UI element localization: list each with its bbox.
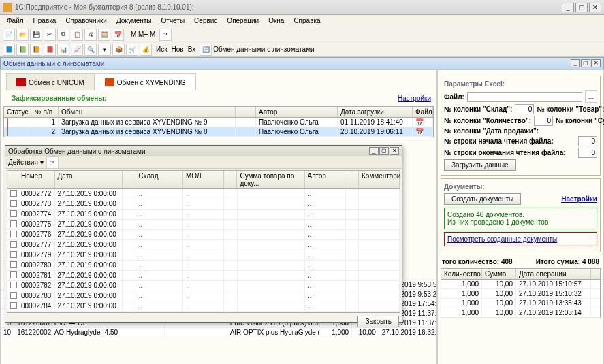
checkbox[interactable]: [10, 241, 17, 248]
tb2-icon[interactable]: 🛒: [126, 44, 138, 56]
menu-item[interactable]: Сервис: [190, 16, 221, 25]
tool-help-icon[interactable]: ?: [159, 29, 172, 41]
table-row[interactable]: 0000277327.10.2019 0:00:00......: [7, 199, 400, 210]
table-row[interactable]: 1,00010,0027.10.2019 15:10:57: [441, 280, 600, 289]
table-row[interactable]: 1Загрузка данных из сервиса XYVENDING № …: [4, 118, 433, 127]
table-row[interactable]: 1,00010,0027.10.2019 12:03:14: [441, 308, 600, 318]
tb2-icon[interactable]: 📙: [30, 44, 42, 56]
tb2-icon[interactable]: 📊: [57, 44, 69, 56]
grid-header[interactable]: Номер: [18, 171, 55, 188]
tb2-exchange-icon[interactable]: 🔄: [200, 44, 212, 56]
table-row[interactable]: 101612200021AO Hydraglyde -4.50AIR OPTIX…: [1, 328, 436, 337]
menu-item[interactable]: Окна: [264, 16, 288, 25]
checkbox[interactable]: [10, 220, 17, 227]
grid-header[interactable]: [224, 171, 238, 188]
menu-item[interactable]: Операции: [223, 16, 263, 25]
table-row[interactable]: 0000278027.10.2019 0:00:00......: [7, 261, 400, 271]
tb2-new-label[interactable]: Нов: [172, 46, 184, 53]
table-row[interactable]: 0000277927.10.2019 0:00:00......: [7, 250, 400, 261]
table-row[interactable]: 2Загрузка данных из сервиса XYVENDING № …: [4, 127, 433, 137]
menu-item[interactable]: Справочники: [61, 16, 111, 25]
tb2-icon[interactable]: 📈: [71, 44, 83, 56]
minimize-button[interactable]: _: [562, 3, 574, 12]
dlg-maximize[interactable]: ▢: [379, 147, 389, 155]
tool-open-icon[interactable]: 📂: [16, 29, 29, 41]
grid-header[interactable]: № п/п: [31, 107, 59, 117]
table-row[interactable]: 0000278627.10.2019 0:00:00......: [7, 312, 400, 313]
grid-header[interactable]: Статус: [4, 107, 31, 117]
table-row[interactable]: 0000278427.10.2019 0:00:00......: [7, 301, 400, 312]
tool-new-icon[interactable]: 📄: [3, 29, 15, 41]
tb2-ex-label[interactable]: Вх: [188, 46, 196, 53]
tool-paste-icon[interactable]: 📋: [71, 29, 83, 41]
grid-header[interactable]: [236, 107, 256, 117]
checkbox[interactable]: [10, 302, 17, 309]
table-row[interactable]: 0000277427.10.2019 0:00:00......: [7, 210, 400, 220]
tb2-icon[interactable]: 🔍: [84, 44, 97, 56]
checkbox[interactable]: [10, 231, 17, 237]
tool-calendar-icon[interactable]: 📅: [112, 29, 124, 41]
grid-header[interactable]: Комментарий: [359, 171, 400, 188]
checkbox[interactable]: [10, 271, 17, 278]
grid-header[interactable]: Сумма: [482, 269, 516, 279]
menu-item[interactable]: Документы: [112, 16, 156, 25]
tb2-icon[interactable]: 📗: [16, 44, 29, 56]
grid-header[interactable]: [123, 171, 136, 188]
checkbox[interactable]: [10, 312, 17, 313]
dlg-actions-menu[interactable]: Действия ▾: [8, 159, 44, 166]
memory-buttons[interactable]: М М+ М-: [131, 31, 158, 38]
create-docs-button[interactable]: Создать документы: [444, 193, 521, 205]
table-row[interactable]: 0000277527.10.2019 0:00:00......: [7, 220, 400, 230]
tb2-icon[interactable]: 📘: [3, 44, 15, 56]
maximize-button[interactable]: ▢: [575, 3, 588, 12]
col-sklad-input[interactable]: [515, 104, 534, 114]
docs-settings-link[interactable]: Настройки: [561, 195, 597, 203]
tb2-dropdown[interactable]: ▾: [98, 44, 111, 56]
checkbox[interactable]: [10, 210, 17, 217]
checkbox[interactable]: [10, 292, 17, 299]
grid-header[interactable]: Дата загрузки: [338, 107, 413, 117]
grid-header[interactable]: Количество: [441, 269, 482, 279]
grid-header[interactable]: Автор: [256, 107, 338, 117]
grid-header[interactable]: [345, 171, 359, 188]
checkbox[interactable]: [10, 190, 17, 197]
grid-header[interactable]: Автор: [305, 171, 346, 188]
subwin-maximize[interactable]: ▢: [581, 59, 590, 67]
dlg-close[interactable]: ✕: [390, 147, 399, 155]
file-browse-icon[interactable]: …: [585, 90, 597, 103]
checkbox[interactable]: [10, 282, 17, 288]
file-input[interactable]: [467, 92, 582, 102]
table-row[interactable]: 0000278327.10.2019 0:00:00......: [7, 291, 400, 301]
grid-header[interactable]: Файл: [413, 107, 433, 117]
tool-save-icon[interactable]: 💾: [30, 29, 42, 41]
menu-item[interactable]: Файл: [3, 16, 28, 25]
subwin-close[interactable]: ✕: [591, 59, 601, 67]
menu-item[interactable]: Справка: [289, 16, 324, 25]
table-row[interactable]: 1,00010,0027.10.2019 13:35:43: [441, 299, 600, 308]
table-row[interactable]: 0000278127.10.2019 0:00:00......: [7, 271, 400, 281]
dlg-close-button[interactable]: Закрыть: [357, 316, 399, 327]
tb2-icon[interactable]: 📕: [44, 44, 56, 56]
grid-header[interactable]: [7, 171, 18, 188]
checkbox[interactable]: [10, 261, 17, 268]
tb2-icon[interactable]: 💰: [140, 44, 152, 56]
settings-link[interactable]: Настройки: [398, 95, 431, 102]
table-row[interactable]: 1,00010,0027.10.2019 15:10:32: [441, 289, 600, 299]
table-row[interactable]: 0000278227.10.2019 0:00:00......: [7, 281, 400, 291]
close-button[interactable]: ✕: [589, 3, 601, 12]
grid-header[interactable]: Сумма товара по доку...: [237, 171, 304, 188]
table-row[interactable]: 0000277727.10.2019 0:00:00......: [7, 240, 400, 250]
subwin-minimize[interactable]: _: [571, 59, 580, 67]
grid-header[interactable]: Обмен: [59, 107, 236, 117]
row-end-input[interactable]: [578, 148, 597, 158]
col-kol-input[interactable]: [534, 116, 553, 126]
tool-calc-icon[interactable]: 🧮: [98, 29, 110, 41]
dlg-minimize[interactable]: _: [369, 147, 379, 155]
checkbox[interactable]: [10, 200, 17, 207]
grid-header[interactable]: Дата операции: [516, 269, 591, 279]
menu-item[interactable]: Правка: [29, 16, 61, 25]
menu-item[interactable]: Отчеты: [157, 16, 189, 25]
tab-xyvending[interactable]: Обмен с XYVENDING: [95, 73, 196, 90]
row-start-input[interactable]: [578, 136, 597, 146]
table-row[interactable]: 0000277227.10.2019 0:00:00......: [7, 189, 400, 199]
